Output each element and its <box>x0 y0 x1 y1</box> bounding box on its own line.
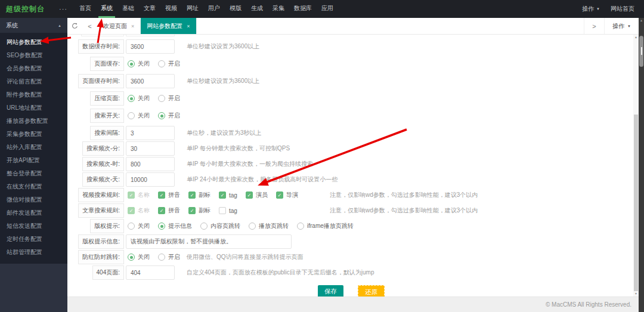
tabbar: < 欢迎页面×网站参数配置× > 操作 ▼ <box>67 18 639 35</box>
top-menu-item-模版[interactable]: 模版 <box>227 0 244 18</box>
field-label: 防红防封跳转: <box>78 250 124 264</box>
option-label: 开启 <box>168 60 180 68</box>
save-button[interactable]: 保存 <box>318 285 343 296</box>
sidebar-item-附件参数配置[interactable]: 附件参数配置 <box>0 88 67 101</box>
top-menu-item-文章[interactable]: 文章 <box>141 0 158 18</box>
checkbox-option-拼音[interactable]: ✓拼音 <box>158 206 180 215</box>
field-input[interactable] <box>126 172 175 187</box>
checkbox-option-tag[interactable]: ✓tag <box>219 191 237 199</box>
sidebar-item-短信发送配置[interactable]: 短信发送配置 <box>0 220 67 233</box>
field-input[interactable] <box>126 74 175 88</box>
top-menu-item-数据库[interactable]: 数据库 <box>292 0 314 18</box>
top-menu-item-网址[interactable]: 网址 <box>184 0 201 18</box>
sidebar-item-定时任务配置[interactable]: 定时任务配置 <box>0 233 67 246</box>
field-label: 文章搜索规则: <box>78 203 124 218</box>
sidebar-item-微信对接配置[interactable]: 微信对接配置 <box>0 193 67 206</box>
top-menu-item-基础[interactable]: 基础 <box>120 0 137 18</box>
page-scrollbar-up-icon[interactable]: ▲ <box>639 18 644 23</box>
checkbox-icon: ✓ <box>128 191 135 199</box>
radio-icon <box>158 112 165 119</box>
tab-网站参数配置[interactable]: 网站参数配置× <box>141 18 196 34</box>
sidebar-item-开放API配置[interactable]: 开放API配置 <box>0 154 67 167</box>
sidebar-item-网站参数配置[interactable]: 网站参数配置 <box>0 36 67 49</box>
checkbox-option-副标[interactable]: ✓副标 <box>188 191 210 199</box>
radio-option-关闭[interactable]: 关闭 <box>128 222 150 230</box>
radio-option-关闭[interactable]: 关闭 <box>128 253 150 261</box>
top-menu-item-视频[interactable]: 视频 <box>163 0 179 18</box>
checkbox-option-副标[interactable]: ✓副标 <box>188 206 210 215</box>
field-label-column: 搜索频次-时: <box>77 157 124 171</box>
top-menu-item-系统[interactable]: 系统 <box>98 0 115 18</box>
checkbox-option-拼音[interactable]: ✓拼音 <box>158 191 180 199</box>
tab-欢迎页面[interactable]: 欢迎页面× <box>97 18 141 34</box>
top-menu-item-用户[interactable]: 用户 <box>206 0 222 18</box>
radio-option-iframe播放页跳转[interactable]: iframe播放页跳转 <box>297 222 354 230</box>
field-input[interactable] <box>126 141 175 156</box>
field-input[interactable] <box>126 157 175 171</box>
tab-scroll-left-button[interactable]: < <box>82 18 97 34</box>
radio-option-播放页跳转[interactable]: 播放页跳转 <box>249 222 289 230</box>
radio-icon <box>128 95 135 102</box>
field-label: 404页面: <box>92 265 124 280</box>
tab-close-icon[interactable]: × <box>187 23 190 29</box>
field-label-column: 文章搜索规则: <box>77 203 124 218</box>
radio-group: 关闭开启 <box>128 60 188 68</box>
content-scrollbar[interactable]: ▲ ▼ <box>633 35 639 296</box>
page-scrollbar[interactable]: ▲ <box>639 18 644 312</box>
radio-option-提示信息[interactable]: 提示信息 <box>158 222 192 230</box>
checkbox-option-名称[interactable]: ✓名称 <box>128 191 150 199</box>
field-input[interactable] <box>126 234 292 249</box>
option-label: iframe播放页跳转 <box>307 222 354 230</box>
radio-option-开启[interactable]: 开启 <box>158 60 180 68</box>
sidebar-group-header[interactable]: 系统 ▲ <box>0 18 67 33</box>
tab-scroll-right-button[interactable]: > <box>584 18 604 34</box>
page-scrollbar-thumb[interactable] <box>639 36 643 67</box>
scrollbar-up-icon[interactable]: ▲ <box>633 35 639 40</box>
form-row-搜索间隔: 搜索间隔:单位秒，建议设置为3秒以上 <box>77 126 633 140</box>
checkbox-option-名称[interactable]: ✓名称 <box>128 206 150 215</box>
sidebar-item-采集参数配置[interactable]: 采集参数配置 <box>0 128 67 141</box>
tab-operations-dropdown[interactable]: 操作 ▼ <box>604 18 639 34</box>
radio-option-开启[interactable]: 开启 <box>158 94 180 103</box>
checkbox-option-演员[interactable]: ✓演员 <box>246 191 268 199</box>
option-label: 关闭 <box>138 222 150 230</box>
option-label: 开启 <box>168 94 180 103</box>
refresh-button[interactable] <box>67 18 82 34</box>
top-menu-item-生成[interactable]: 生成 <box>249 0 265 18</box>
top-menu-item-首页[interactable]: 首页 <box>77 0 94 18</box>
topbar-action-dropdown[interactable]: 操作 ▼ <box>582 5 600 13</box>
radio-option-关闭[interactable]: 关闭 <box>128 112 150 120</box>
radio-option-开启[interactable]: 开启 <box>158 253 180 261</box>
sidebar-item-评论留言配置[interactable]: 评论留言配置 <box>0 75 67 88</box>
checkbox-option-tag[interactable]: tag <box>219 207 237 214</box>
sidebar-item-站外入库配置[interactable]: 站外入库配置 <box>0 141 67 154</box>
tab-close-icon[interactable]: × <box>131 23 134 29</box>
option-label: 关闭 <box>138 253 150 261</box>
sidebar-item-SEO参数配置[interactable]: SEO参数配置 <box>0 49 67 62</box>
settings-form: 数据缓存时间:单位秒建议设置为3600以上页面缓存:关闭开启页面缓存时间:单位秒… <box>67 35 633 296</box>
content-scrollbar-thumb[interactable] <box>634 115 638 291</box>
sidebar-item-URL地址配置[interactable]: URL地址配置 <box>0 101 67 115</box>
sidebar-item-邮件发送配置[interactable]: 邮件发送配置 <box>0 206 67 220</box>
reset-button[interactable]: 还原 <box>358 285 385 296</box>
radio-option-内容页跳转[interactable]: 内容页跳转 <box>200 222 240 230</box>
sidebar-collapse-icon[interactable]: ··· <box>57 0 70 18</box>
site-home-link[interactable]: 网站首页 <box>611 5 634 13</box>
radio-option-关闭[interactable]: 关闭 <box>128 94 150 103</box>
field-hint: 单位秒建议设置为3600以上 <box>187 77 259 85</box>
checkbox-option-导演[interactable]: ✓导演 <box>276 191 298 199</box>
top-menu-item-应用[interactable]: 应用 <box>319 0 336 18</box>
sidebar-item-整合登录配置[interactable]: 整合登录配置 <box>0 167 67 180</box>
sidebar-item-会员参数配置[interactable]: 会员参数配置 <box>0 62 67 75</box>
radio-option-关闭[interactable]: 关闭 <box>128 60 150 68</box>
field-input[interactable] <box>126 126 175 140</box>
scrollbar-down-icon[interactable]: ▼ <box>633 291 639 296</box>
top-menu-item-采集[interactable]: 采集 <box>270 0 287 18</box>
field-input[interactable] <box>126 265 175 280</box>
sidebar-item-播放器参数配置[interactable]: 播放器参数配置 <box>0 115 67 128</box>
sidebar-item-站群管理配置[interactable]: 站群管理配置 <box>0 246 67 259</box>
field-input[interactable] <box>126 39 175 54</box>
sidebar-item-在线支付配置[interactable]: 在线支付配置 <box>0 180 67 193</box>
radio-option-开启[interactable]: 开启 <box>158 112 180 120</box>
copyright-text: © MacCMS All Rights Reserved. <box>546 301 631 308</box>
